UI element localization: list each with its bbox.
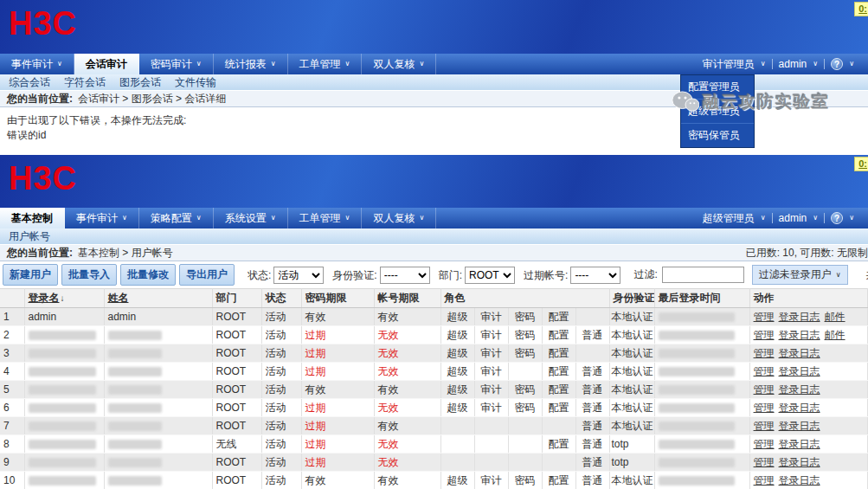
- s1-tab-3[interactable]: 统计报表∨: [214, 54, 288, 74]
- divider: [824, 59, 825, 69]
- action-link-1[interactable]: 登录日志: [779, 456, 820, 468]
- cell-auth: totp: [609, 435, 654, 454]
- s1-subnav-0[interactable]: 综合会话: [9, 75, 50, 90]
- cell-login: [24, 344, 104, 363]
- role-menu-item-1[interactable]: 超级管理员: [681, 100, 754, 124]
- redacted-last-login: [659, 421, 735, 431]
- s1-tab-4[interactable]: 工单管理∨: [288, 54, 363, 74]
- cell-role-1: [474, 435, 508, 454]
- role-switcher[interactable]: 超级管理员: [703, 211, 755, 226]
- s2-tab-5[interactable]: 双人复核∨: [362, 208, 436, 228]
- cell-role-3: [542, 417, 575, 435]
- cell-role-0: 超级: [440, 326, 474, 344]
- action-link-1[interactable]: 登录日志: [779, 311, 820, 323]
- toolbar-button-3[interactable]: 导出用户: [179, 264, 235, 286]
- table-row: 2ROOT活动过期无效超级审计密码配置普通本地认证管理登录日志邮件: [0, 326, 868, 344]
- cell-role-1: 审计: [474, 308, 508, 326]
- cell-role-0: 超级: [440, 308, 474, 326]
- s1-tab-2[interactable]: 密码审计∨: [139, 54, 214, 74]
- action-link-1[interactable]: 登录日志: [779, 474, 820, 486]
- toolbar-button-2[interactable]: 批量修改: [120, 264, 176, 286]
- action-link-0[interactable]: 管理: [754, 329, 775, 341]
- filter-select-2[interactable]: ROOT: [465, 267, 515, 284]
- action-link-1[interactable]: 登录日志: [779, 420, 820, 432]
- header-name[interactable]: 姓名: [104, 289, 212, 308]
- cell-acct-term: 有效: [374, 472, 440, 489]
- chevron-down-icon: ∨: [849, 61, 854, 68]
- s2-tab-1[interactable]: 事件审计∨: [65, 208, 139, 228]
- cell-role-2: 密码: [508, 472, 542, 489]
- filter-unlogged-users-button[interactable]: 过滤未登录用户 ∨: [752, 265, 848, 285]
- action-link-0[interactable]: 管理: [754, 365, 775, 377]
- license-usage-text: 已用数: 10, 可用数: 无限制: [746, 246, 868, 261]
- session-timer-badge[interactable]: 0:: [854, 157, 868, 171]
- cell-dept: ROOT: [212, 326, 261, 344]
- filter-select-1[interactable]: ----: [380, 267, 430, 284]
- redacted-name: [108, 421, 162, 431]
- action-link-2[interactable]: 邮件: [825, 311, 845, 323]
- action-link-1[interactable]: 登录日志: [779, 365, 820, 377]
- role-menu-item-2[interactable]: 密码保管员: [681, 124, 754, 147]
- s2-tab-4[interactable]: 工单管理∨: [288, 208, 363, 228]
- user-accounts-screen: H3C 0: 基本控制事件审计∨策略配置∨系统设置∨工单管理∨双人复核∨ 超级管…: [0, 155, 868, 489]
- s1-tab-1[interactable]: 会话审计: [74, 54, 139, 74]
- action-link-1[interactable]: 登录日志: [779, 383, 820, 396]
- cell-status: 活动: [261, 381, 301, 399]
- cell-role-2: 密码: [508, 344, 542, 363]
- toolbar-button-1[interactable]: 批量导入: [61, 264, 117, 286]
- table-row: 6ROOT活动过期无效超级审计密码配置普通本地认证管理登录日志: [0, 399, 868, 417]
- cell-pwd-term: 过期: [301, 435, 374, 454]
- role-switcher[interactable]: 审计管理员: [703, 57, 755, 72]
- main-nav: 基本控制事件审计∨策略配置∨系统设置∨工单管理∨双人复核∨ 超级管理员∨admi…: [0, 208, 868, 228]
- cell-last-login: [654, 454, 749, 472]
- s1-tab-0[interactable]: 事件审计∨: [0, 54, 74, 74]
- action-link-0[interactable]: 管理: [754, 438, 775, 450]
- cell-acct-term: 有效: [374, 308, 440, 326]
- action-link-1[interactable]: 登录日志: [779, 438, 820, 450]
- filter-select-0[interactable]: 活动: [273, 267, 324, 284]
- toolbar-button-0[interactable]: 新建用户: [3, 264, 58, 286]
- cell-actions: 管理登录日志邮件: [749, 308, 867, 326]
- username[interactable]: admin: [779, 212, 807, 224]
- cell-role-0: 超级: [440, 381, 474, 399]
- action-link-0[interactable]: 管理: [754, 347, 775, 359]
- action-link-0[interactable]: 管理: [754, 474, 775, 486]
- action-link-0[interactable]: 管理: [754, 311, 775, 323]
- s2-tab-0[interactable]: 基本控制: [0, 208, 65, 228]
- action-link-0[interactable]: 管理: [754, 402, 775, 414]
- cell-pwd-term: 过期: [301, 344, 374, 363]
- s1-subnav-2[interactable]: 图形会话: [119, 75, 161, 90]
- action-link-1[interactable]: 登录日志: [779, 329, 820, 341]
- filter-select-3[interactable]: ----: [570, 267, 620, 284]
- session-timer-badge[interactable]: 0:: [854, 2, 868, 16]
- cell-name: [104, 326, 212, 344]
- cell-role-3: 配置: [542, 326, 575, 344]
- s1-tab-5[interactable]: 双人复核∨: [362, 54, 436, 74]
- cell-status: 活动: [261, 454, 301, 472]
- cell-role-3: 配置: [542, 435, 575, 454]
- help-icon[interactable]: ?: [831, 212, 843, 224]
- username[interactable]: admin: [779, 58, 807, 70]
- action-link-2[interactable]: 邮件: [825, 329, 845, 341]
- cell-actions: 管理登录日志: [749, 454, 867, 472]
- help-icon[interactable]: ?: [831, 58, 843, 70]
- tab-label: 双人复核: [373, 57, 415, 72]
- s2-subnav-0[interactable]: 用户帐号: [9, 229, 50, 244]
- action-link-0[interactable]: 管理: [754, 456, 775, 468]
- s2-tab-3[interactable]: 系统设置∨: [214, 208, 288, 228]
- cell-num: 6: [0, 399, 24, 417]
- s1-subnav-1[interactable]: 字符会话: [64, 75, 106, 90]
- action-link-1[interactable]: 登录日志: [779, 402, 820, 414]
- cell-last-login: [654, 472, 749, 489]
- header-login[interactable]: 登录名↓: [24, 289, 104, 308]
- s2-tab-2[interactable]: 策略配置∨: [139, 208, 214, 228]
- action-link-1[interactable]: 登录日志: [779, 347, 820, 359]
- action-link-0[interactable]: 管理: [754, 420, 775, 432]
- s1-subnav-3[interactable]: 文件传输: [175, 75, 216, 90]
- redacted-last-login: [659, 385, 735, 395]
- filter-input[interactable]: [662, 267, 744, 283]
- role-menu-item-0[interactable]: 配置管理员: [681, 75, 754, 100]
- cell-role-2: [508, 435, 542, 454]
- filter-text-label: 过滤:: [633, 267, 657, 282]
- action-link-0[interactable]: 管理: [754, 383, 775, 396]
